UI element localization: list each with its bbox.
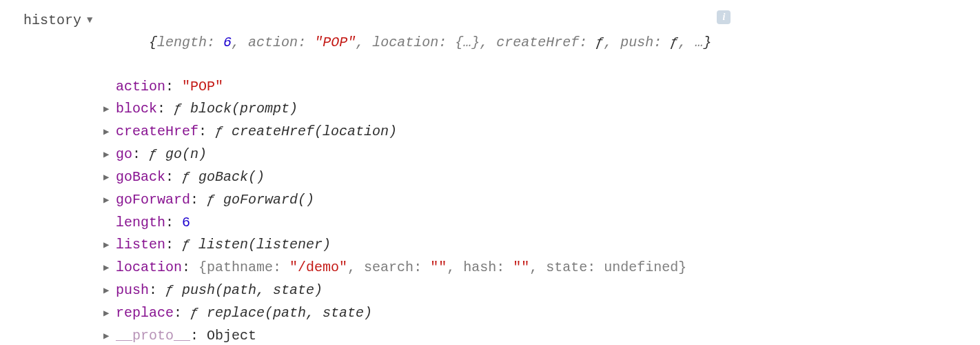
prop-block[interactable]: block: ƒ block(prompt) xyxy=(103,98,980,121)
chevron-right-icon[interactable] xyxy=(103,234,113,256)
devtools-console: history {length: 6, action: "POP", locat… xyxy=(0,0,980,345)
chevron-right-icon[interactable] xyxy=(103,98,113,120)
object-properties: action: "POP" block: ƒ block(prompt) cre… xyxy=(0,76,980,345)
chevron-right-icon[interactable] xyxy=(103,279,113,302)
prop-goForward[interactable]: goForward: ƒ goForward() xyxy=(103,189,980,212)
object-summary[interactable]: {length: 6, action: "POP", location: {…}… xyxy=(99,10,711,76)
prop-location[interactable]: location: {pathname: "/demo", search: ""… xyxy=(103,257,980,279)
chevron-right-icon[interactable] xyxy=(103,144,113,166)
expand-toggle-icon[interactable] xyxy=(87,9,96,31)
prop-length[interactable]: length: 6 xyxy=(103,212,980,234)
prop-replace[interactable]: replace: ƒ replace(path, state) xyxy=(103,302,980,325)
chevron-right-icon[interactable] xyxy=(103,325,113,345)
info-icon[interactable]: i xyxy=(717,10,731,24)
chevron-right-icon[interactable] xyxy=(103,302,113,324)
chevron-right-icon[interactable] xyxy=(103,189,113,211)
log-entry[interactable]: history {length: 6, action: "POP", locat… xyxy=(0,0,980,76)
prop-listen[interactable]: listen: ƒ listen(listener) xyxy=(103,234,980,257)
chevron-right-icon[interactable] xyxy=(103,121,113,143)
prop-go[interactable]: go: ƒ go(n) xyxy=(103,144,980,166)
prop-action[interactable]: action: "POP" xyxy=(103,76,980,98)
chevron-right-icon[interactable] xyxy=(103,257,113,279)
prop-createHref[interactable]: createHref: ƒ createHref(location) xyxy=(103,121,980,144)
chevron-right-icon[interactable] xyxy=(103,166,113,188)
variable-name: history xyxy=(23,10,87,32)
prop-push[interactable]: push: ƒ push(path, state) xyxy=(103,279,980,302)
prop-goBack[interactable]: goBack: ƒ goBack() xyxy=(103,166,980,189)
prop-proto[interactable]: __proto__: Object xyxy=(103,325,980,345)
